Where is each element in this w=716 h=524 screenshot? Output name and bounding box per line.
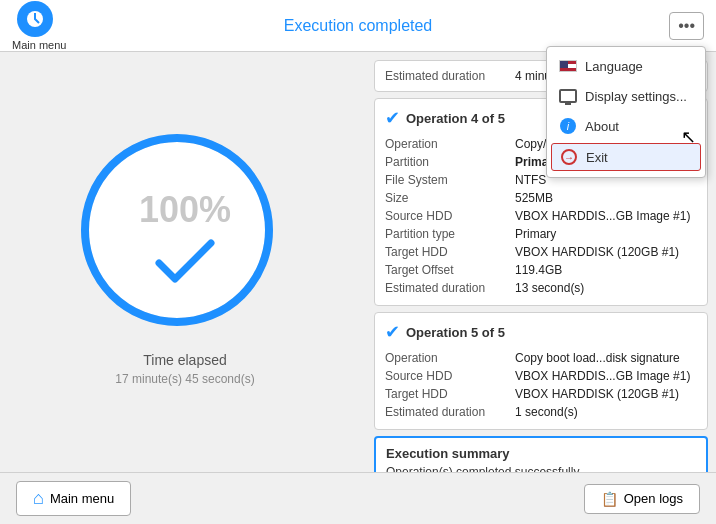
main-menu-footer-label: Main menu — [50, 491, 114, 506]
app-logo — [17, 1, 53, 37]
op4-size-label: Size — [385, 191, 515, 205]
main-menu-header[interactable]: Main menu — [12, 1, 66, 51]
operation-4-check-icon: ✔ — [385, 107, 400, 129]
op4-partition-label: Partition — [385, 155, 515, 169]
op4-duration-label: Estimated duration — [385, 281, 515, 295]
op4-parttype-row: Partition type Primary — [385, 225, 697, 243]
open-logs-icon: 📋 — [601, 491, 618, 507]
footer: ⌂ Main menu 📋 Open logs — [0, 472, 716, 524]
open-logs-label: Open logs — [624, 491, 683, 506]
operation-5-header: ✔ Operation 5 of 5 — [385, 321, 697, 343]
dropdown-menu: Language Display settings... i About Exi… — [546, 46, 706, 178]
language-label: Language — [585, 59, 643, 74]
monitor-icon — [559, 87, 577, 105]
header: Main menu Execution completed ••• — [0, 0, 716, 52]
op5-duration-row: Estimated duration 1 second(s) — [385, 403, 697, 421]
operation-5-card: ✔ Operation 5 of 5 Operation Copy boot l… — [374, 312, 708, 430]
op4-size-value: 525MB — [515, 191, 553, 205]
op4-targetoffset-row: Target Offset 119.4GB — [385, 261, 697, 279]
display-settings-label: Display settings... — [585, 89, 687, 104]
op4-duration-value: 13 second(s) — [515, 281, 584, 295]
dots-icon: ••• — [678, 17, 695, 35]
op5-operation-row: Operation Copy boot load...disk signatur… — [385, 349, 697, 367]
op4-operation-label: Operation — [385, 137, 515, 151]
main-menu-footer-icon: ⌂ — [33, 488, 44, 509]
more-options-button[interactable]: ••• — [669, 12, 704, 40]
op5-operation-value: Copy boot load...disk signature — [515, 351, 680, 365]
operation-4-title: Operation 4 of 5 — [406, 111, 505, 126]
summary-title: Execution summary — [386, 446, 696, 461]
op4-sourcehdd-label: Source HDD — [385, 209, 515, 223]
summary-text: Operation(s) completed successfully. — [386, 465, 696, 472]
progress-container: 100% — [85, 138, 285, 338]
language-menu-item[interactable]: Language — [547, 51, 705, 81]
main-menu-label: Main menu — [12, 39, 66, 51]
about-menu-item[interactable]: i About — [547, 111, 705, 141]
open-logs-button[interactable]: 📋 Open logs — [584, 484, 700, 514]
exit-menu-item[interactable]: Exit — [551, 143, 701, 171]
checkmark-icon — [155, 239, 215, 288]
exit-label: Exit — [586, 150, 608, 165]
op4-targetoffset-value: 119.4GB — [515, 263, 562, 277]
op5-operation-label: Operation — [385, 351, 515, 365]
op4-duration-row: Estimated duration 13 second(s) — [385, 279, 697, 297]
op4-sourcehdd-value: VBOX HARDDIS...GB Image #1) — [515, 209, 690, 223]
op5-targethdd-label: Target HDD — [385, 387, 515, 401]
op5-sourcehdd-row: Source HDD VBOX HARDDIS...GB Image #1) — [385, 367, 697, 385]
op4-targethdd-value: VBOX HARDDISK (120GB #1) — [515, 245, 679, 259]
left-panel: 100% Time elapsed 17 minute(s) 45 second… — [0, 52, 370, 472]
op4-parttype-value: Primary — [515, 227, 556, 241]
op4-parttype-label: Partition type — [385, 227, 515, 241]
info-icon: i — [559, 117, 577, 135]
op5-duration-value: 1 second(s) — [515, 405, 578, 419]
time-elapsed-label: Time elapsed — [143, 352, 227, 368]
op4-filesystem-label: File System — [385, 173, 515, 187]
op5-duration-label: Estimated duration — [385, 405, 515, 419]
display-settings-menu-item[interactable]: Display settings... — [547, 81, 705, 111]
op5-sourcehdd-label: Source HDD — [385, 369, 515, 383]
estimated-duration-label: Estimated duration — [385, 69, 515, 83]
op4-size-row: Size 525MB — [385, 189, 697, 207]
op4-targetoffset-label: Target Offset — [385, 263, 515, 277]
op4-targethdd-row: Target HDD VBOX HARDDISK (120GB #1) — [385, 243, 697, 261]
op4-sourcehdd-row: Source HDD VBOX HARDDIS...GB Image #1) — [385, 207, 697, 225]
about-label: About — [585, 119, 619, 134]
progress-percent: 100% — [139, 189, 231, 231]
execution-summary-card: Execution summary Operation(s) completed… — [374, 436, 708, 472]
flag-icon — [559, 57, 577, 75]
operation-5-title: Operation 5 of 5 — [406, 325, 505, 340]
op5-targethdd-value: VBOX HARDDISK (120GB #1) — [515, 387, 679, 401]
operation-5-check-icon: ✔ — [385, 321, 400, 343]
op4-filesystem-value: NTFS — [515, 173, 546, 187]
op4-targethdd-label: Target HDD — [385, 245, 515, 259]
exit-icon — [560, 148, 578, 166]
main-menu-button[interactable]: ⌂ Main menu — [16, 481, 131, 516]
time-elapsed-value: 17 minute(s) 45 second(s) — [115, 372, 254, 386]
op5-sourcehdd-value: VBOX HARDDIS...GB Image #1) — [515, 369, 690, 383]
op5-targethdd-row: Target HDD VBOX HARDDISK (120GB #1) — [385, 385, 697, 403]
page-title: Execution completed — [284, 17, 433, 35]
